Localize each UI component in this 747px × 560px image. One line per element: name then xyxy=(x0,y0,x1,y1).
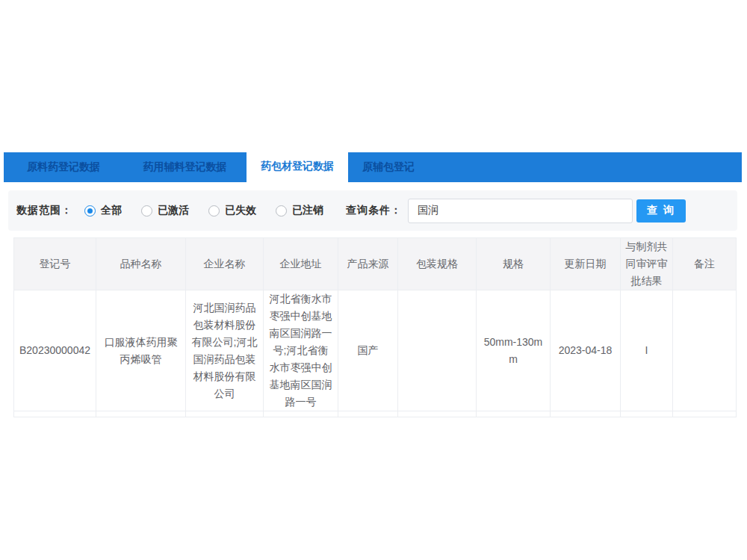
table-row-partial xyxy=(14,411,737,417)
query-condition-label: 查询条件： xyxy=(346,204,402,217)
cell-company-address: 河北省衡水市枣强中创基地南区国润路一号;河北省衡水市枣强中创基地南区国润路一号 xyxy=(264,290,338,411)
tab-raw-excipient-packaging[interactable]: 原辅包登记 xyxy=(348,152,429,182)
table-row: B20230000042 口服液体药用聚丙烯吸管 河北国润药品包装材料股份有限公… xyxy=(14,290,737,411)
cell-joint-review-result: I xyxy=(621,290,673,411)
tab-packaging-materials-active[interactable]: 药包材登记数据 xyxy=(247,150,348,182)
cell-packaging-spec xyxy=(398,290,477,411)
col-spec: 规格 xyxy=(477,238,551,290)
cell-update-date: 2023-04-18 xyxy=(551,290,621,411)
cell-product-origin: 国产 xyxy=(338,290,398,411)
cell-remarks xyxy=(673,290,737,411)
radio-expired-label: 已失效 xyxy=(225,204,256,217)
radio-expired[interactable]: 已失效 xyxy=(208,204,256,217)
radio-cancelled[interactable]: 已注销 xyxy=(276,204,323,217)
tab-raw-material-api[interactable]: 原料药登记数据 xyxy=(4,152,123,182)
cell-company-name: 河北国润药品包装材料股份有限公司;河北国润药品包装材料股份有限公司 xyxy=(186,290,264,411)
radio-activated-label: 已激活 xyxy=(158,204,189,217)
query-input[interactable] xyxy=(408,199,633,223)
col-company-name: 企业名称 xyxy=(186,238,264,290)
col-product-origin: 产品来源 xyxy=(338,238,398,290)
col-packaging-spec: 包装规格 xyxy=(398,238,477,290)
col-variety-name: 品种名称 xyxy=(96,238,186,290)
radio-selected-icon xyxy=(84,205,96,217)
tab-bar: 原料药登记数据 药用辅料登记数据 药包材登记数据 原辅包登记 xyxy=(4,152,742,182)
radio-unselected-icon xyxy=(208,205,220,217)
cell-registration-no: B20230000042 xyxy=(14,290,96,411)
data-scope-label: 数据范围： xyxy=(16,204,72,217)
filter-panel: 数据范围： 全部 已激活 已失效 已注销 查询条件： 查 询 xyxy=(8,190,737,231)
col-remarks: 备注 xyxy=(673,238,737,290)
search-button[interactable]: 查 询 xyxy=(636,199,686,223)
radio-all[interactable]: 全部 xyxy=(84,204,122,217)
radio-cancelled-label: 已注销 xyxy=(292,204,323,217)
radio-activated[interactable]: 已激活 xyxy=(141,204,189,217)
radio-unselected-icon xyxy=(141,205,152,217)
cell-variety-name: 口服液体药用聚丙烯吸管 xyxy=(96,290,186,411)
tab-excipients[interactable]: 药用辅料登记数据 xyxy=(123,152,247,182)
col-update-date: 更新日期 xyxy=(551,238,621,290)
col-company-address: 企业地址 xyxy=(264,238,338,290)
page: 原料药登记数据 药用辅料登记数据 药包材登记数据 原辅包登记 数据范围： 全部 … xyxy=(0,0,747,560)
registration-table: 登记号 品种名称 企业名称 企业地址 产品来源 包装规格 规格 更新日期 与制剂… xyxy=(13,237,737,417)
radio-all-label: 全部 xyxy=(101,204,122,217)
cell-spec: 50mm-130mm xyxy=(477,290,551,411)
radio-unselected-icon xyxy=(276,205,287,217)
col-registration-no: 登记号 xyxy=(14,238,96,290)
col-joint-review-result: 与制剂共同审评审批结果 xyxy=(621,238,673,290)
table-header-row: 登记号 品种名称 企业名称 企业地址 产品来源 包装规格 规格 更新日期 与制剂… xyxy=(14,238,737,290)
